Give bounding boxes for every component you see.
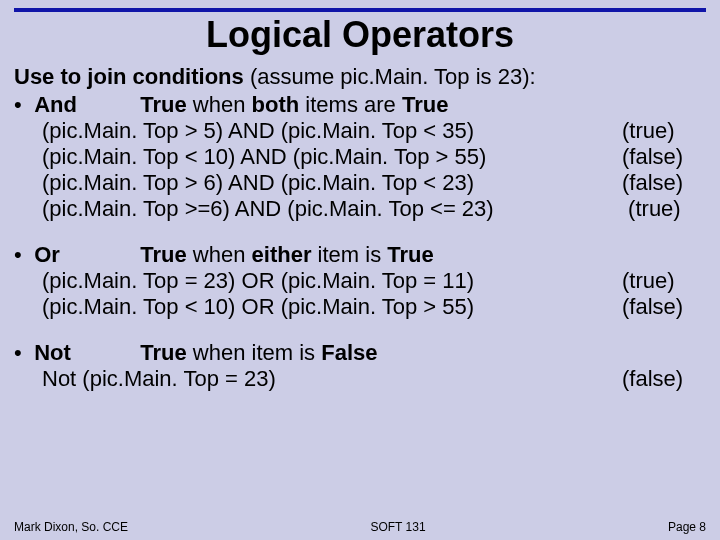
and-both: both	[252, 92, 300, 117]
and-row: (pic.Main. Top >=6) AND (pic.Main. Top <…	[14, 196, 706, 222]
or-row: (pic.Main. Top = 23) OR (pic.Main. Top =…	[14, 268, 706, 294]
and-row: (pic.Main. Top < 10) AND (pic.Main. Top …	[14, 144, 706, 170]
and-expr: (pic.Main. Top > 6) AND (pic.Main. Top <…	[42, 170, 622, 196]
and-expr: (pic.Main. Top < 10) AND (pic.Main. Top …	[42, 144, 622, 170]
not-block: • Not True when item is False Not (pic.M…	[14, 340, 706, 392]
or-expr: (pic.Main. Top = 23) OR (pic.Main. Top =…	[42, 268, 622, 294]
bullet-icon: •	[14, 242, 28, 268]
footer-center: SOFT 131	[370, 520, 425, 534]
and-row: (pic.Main. Top > 5) AND (pic.Main. Top <…	[14, 118, 706, 144]
intro-bold: Use to join conditions	[14, 64, 244, 89]
or-mid2: item is	[311, 242, 387, 267]
and-true2: True	[402, 92, 448, 117]
not-row: Not (pic.Main. Top = 23)(false)	[14, 366, 706, 392]
and-mid1: when	[187, 92, 252, 117]
or-true1: True	[140, 242, 186, 267]
and-true1: True	[140, 92, 186, 117]
bullet-icon: •	[14, 92, 28, 118]
or-heading: • Or True when either item is True	[14, 242, 706, 268]
or-res: (false)	[622, 294, 706, 320]
intro-line: Use to join conditions (assume pic.Main.…	[14, 64, 706, 90]
footer-left: Mark Dixon, So. CCE	[14, 520, 128, 534]
not-false: False	[321, 340, 377, 365]
and-block: • And True when both items are True (pic…	[14, 92, 706, 222]
not-heading: • Not True when item is False	[14, 340, 706, 366]
or-mid1: when	[187, 242, 252, 267]
and-name: And	[34, 92, 134, 118]
or-either: either	[252, 242, 312, 267]
title-rule	[14, 8, 706, 12]
bullet-icon: •	[14, 340, 28, 366]
and-row: (pic.Main. Top > 6) AND (pic.Main. Top <…	[14, 170, 706, 196]
and-res: (true)	[622, 118, 706, 144]
not-true: True	[140, 340, 186, 365]
or-true2: True	[387, 242, 433, 267]
or-name: Or	[34, 242, 134, 268]
or-res: (true)	[622, 268, 706, 294]
and-expr: (pic.Main. Top >=6) AND (pic.Main. Top <…	[42, 196, 622, 222]
or-block: • Or True when either item is True (pic.…	[14, 242, 706, 320]
and-res: (false)	[622, 170, 706, 196]
or-expr: (pic.Main. Top < 10) OR (pic.Main. Top >…	[42, 294, 622, 320]
intro-rest: (assume pic.Main. Top is 23):	[244, 64, 536, 89]
slide-content: Use to join conditions (assume pic.Main.…	[0, 56, 720, 391]
and-heading: • And True when both items are True	[14, 92, 706, 118]
footer-right: Page 8	[668, 520, 706, 534]
and-mid2: items are	[299, 92, 402, 117]
not-name: Not	[34, 340, 134, 366]
not-mid: when item is	[187, 340, 322, 365]
footer: Mark Dixon, So. CCE SOFT 131 Page 8	[0, 520, 720, 534]
and-res: (false)	[622, 144, 706, 170]
and-expr: (pic.Main. Top > 5) AND (pic.Main. Top <…	[42, 118, 622, 144]
not-expr: Not (pic.Main. Top = 23)	[42, 366, 622, 392]
or-row: (pic.Main. Top < 10) OR (pic.Main. Top >…	[14, 294, 706, 320]
not-res: (false)	[622, 366, 706, 392]
and-res: (true)	[622, 196, 706, 222]
slide-title: Logical Operators	[0, 14, 720, 56]
